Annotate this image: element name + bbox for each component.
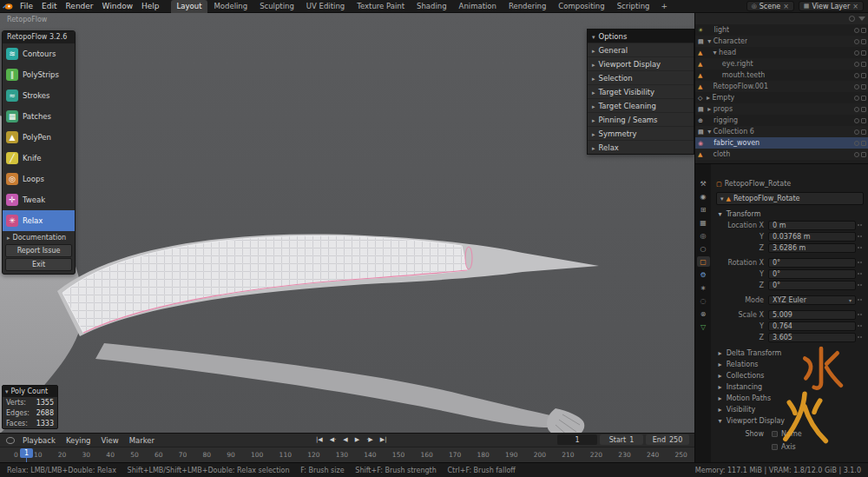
timeline-menu[interactable]: Keying (61, 436, 96, 445)
disable-in-render-toggle[interactable] (861, 73, 866, 78)
options-section-row[interactable]: Viewport Display (588, 56, 694, 70)
view-layer-tab-icon[interactable]: ▦ (697, 217, 710, 228)
properties-section-row[interactable]: ▸ Delta Transform (716, 348, 864, 359)
options-section-row[interactable]: Pinning / Seams (588, 112, 694, 126)
retopoflow-tool-button[interactable]: ≋ Contours (3, 43, 75, 64)
editor-type-icon[interactable] (6, 437, 15, 444)
play-reverse-button[interactable]: ◀ (339, 434, 351, 447)
disable-in-render-toggle[interactable] (861, 141, 866, 146)
menubar-item[interactable]: Render (62, 0, 98, 13)
timeline-menu[interactable]: View (96, 436, 124, 445)
modifiers-tab-icon[interactable]: ⚙ (697, 269, 710, 280)
hide-in-viewport-toggle[interactable] (854, 107, 859, 112)
disable-in-render-toggle[interactable] (861, 39, 866, 44)
properties-section-row[interactable]: ▾ Viewport Display (716, 415, 864, 427)
output-tab-icon[interactable]: ⊞ (697, 204, 710, 215)
menubar-item[interactable]: Edit (37, 0, 61, 13)
properties-section-row[interactable]: ▸ Motion Paths (716, 393, 864, 404)
workspace-tab[interactable]: Animation (453, 0, 503, 13)
menubar-item[interactable]: File (16, 0, 37, 13)
transform-value-field[interactable]: 0.03768 m (768, 232, 856, 242)
frame-start-field[interactable]: Start 1 (600, 434, 643, 445)
properties-section-row[interactable]: ▸ Collections (716, 370, 864, 381)
workspace-tab[interactable]: Scripting (611, 0, 656, 13)
outliner-row[interactable]: ⊕ rigging (695, 115, 868, 126)
retopoflow-tool-button[interactable]: ╱ Knife (3, 148, 75, 169)
playhead-marker[interactable]: 1 (20, 448, 33, 458)
prev-keyframe-button[interactable]: ◀· (326, 434, 340, 447)
transform-value-field[interactable]: 0° (768, 281, 856, 290)
disable-in-render-toggle[interactable] (861, 62, 866, 67)
disable-in-render-toggle[interactable] (861, 28, 866, 33)
hide-in-viewport-toggle[interactable] (854, 84, 859, 89)
workspace-tab[interactable]: Layout (171, 0, 208, 13)
tool-tab-icon[interactable]: ⚒ (697, 178, 710, 189)
disable-in-render-toggle[interactable] (861, 96, 866, 101)
particles-tab-icon[interactable]: ∗ (697, 282, 710, 293)
transform-value-field[interactable]: 3.605 (768, 333, 856, 342)
retopoflow-tool-button[interactable]: ∥ PolyStrips (3, 64, 75, 85)
properties-section-row[interactable]: ▸ Instancing (716, 381, 864, 393)
add-workspace-button[interactable]: + (655, 2, 673, 10)
outliner-row[interactable]: ▲ mouth.teeth (695, 70, 868, 81)
hide-in-viewport-toggle[interactable] (854, 50, 859, 56)
physics-tab-icon[interactable]: ◌ (697, 295, 710, 306)
outliner-row[interactable]: ◉ fabric_woven (695, 137, 868, 149)
workspace-tab[interactable]: Sculpting (253, 0, 300, 13)
transform-value-field[interactable]: XYZ Euler (768, 295, 856, 305)
blender-logo-icon[interactable] (0, 3, 16, 10)
properties-section-row[interactable]: ▸ Relations (716, 359, 864, 370)
transform-value-field[interactable]: 3.6286 m (768, 243, 856, 253)
retopoflow-tool-button[interactable]: ✛ Tweak (3, 189, 75, 210)
transform-value-field[interactable]: 0 m (768, 221, 856, 230)
3d-viewport[interactable]: RetopoFlow RetopoFlow 3.2.6 ≋ Contours ∥… (0, 13, 694, 433)
retopoflow-tool-button[interactable]: ▦ Patches (3, 106, 75, 127)
options-section-row[interactable]: Target Cleaning (588, 98, 694, 112)
outliner-row[interactable]: ▲ ▾ head (695, 47, 868, 58)
retopoflow-tool-button[interactable]: ✳ Relax (3, 210, 75, 231)
show-axis-checkbox[interactable] (772, 444, 778, 450)
outliner-row[interactable]: ▲ cloth (695, 149, 868, 160)
outliner-row[interactable]: ◇ ▸ Empty (695, 92, 868, 103)
workspace-tab[interactable]: Rendering (503, 0, 552, 13)
options-section-row[interactable]: Target Visibility (588, 84, 694, 98)
outliner-row[interactable]: ☀ light (695, 24, 868, 36)
world-tab-icon[interactable]: ○ (697, 243, 710, 254)
play-button[interactable]: ▶ (352, 434, 363, 447)
disable-in-render-toggle[interactable] (861, 84, 866, 89)
disable-in-render-toggle[interactable] (861, 107, 866, 112)
transform-value-field[interactable]: 0° (768, 269, 856, 279)
hide-in-viewport-toggle[interactable] (854, 129, 859, 135)
transform-section-header[interactable]: ▾ Transform (716, 209, 864, 220)
timeline-ruler[interactable]: 1 01020304050607080901001101201301401501… (0, 447, 694, 463)
disable-in-render-toggle[interactable] (861, 129, 866, 135)
outliner-row[interactable]: ▤ ▸ props (695, 103, 868, 115)
menubar-item[interactable]: Window (98, 0, 138, 13)
transform-value-field[interactable]: 0° (768, 258, 856, 268)
workspace-tab[interactable]: Compositing (552, 0, 610, 13)
hide-in-viewport-toggle[interactable] (854, 73, 859, 78)
report-issue-button[interactable]: Report Issue (5, 244, 72, 257)
jump-to-end-button[interactable]: ▶| (377, 434, 391, 447)
transform-value-field[interactable]: 0.764 (768, 321, 856, 331)
constraints-tab-icon[interactable]: ⊗ (697, 308, 710, 319)
transform-value-field[interactable]: 5.009 (768, 310, 856, 320)
jump-to-start-button[interactable]: |◀ (312, 434, 326, 447)
hide-in-viewport-toggle[interactable] (854, 118, 859, 123)
hide-in-viewport-toggle[interactable] (854, 62, 859, 67)
hide-in-viewport-toggle[interactable] (854, 141, 859, 146)
properties-section-row[interactable]: ▸ Visibility (716, 404, 864, 415)
disable-in-render-toggle[interactable] (861, 50, 866, 56)
object-tab-icon[interactable]: ▢ (697, 256, 710, 267)
object-name-field[interactable]: ▲ RetopoFlow_Rotate (716, 192, 864, 205)
view-layer-selector[interactable]: ▦ View Layer × (799, 1, 864, 11)
poly-count-header[interactable]: Poly Count (3, 386, 57, 397)
disable-in-render-toggle[interactable] (861, 152, 866, 157)
options-section-row[interactable]: Relax (588, 140, 694, 154)
outliner-row[interactable]: ▤ ▾ Collection 6 (695, 126, 868, 137)
hide-in-viewport-toggle[interactable] (854, 152, 859, 157)
options-section-row[interactable]: General (588, 43, 694, 56)
remove-view-layer-icon[interactable]: × (852, 3, 858, 10)
outliner-row[interactable]: ▤ ▾ Character (695, 36, 868, 47)
current-frame-field[interactable]: 1 (557, 434, 597, 445)
